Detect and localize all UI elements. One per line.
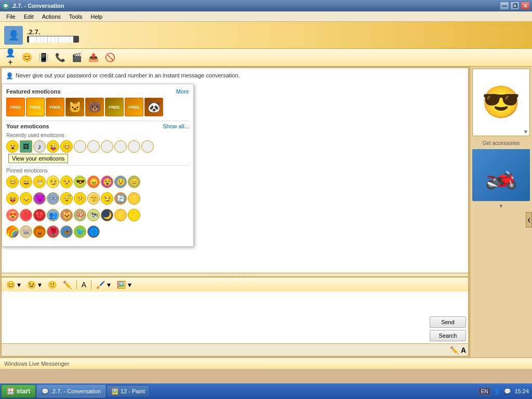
pinned-10[interactable]: 😑 — [128, 176, 140, 188]
input-text-area — [2, 291, 427, 343]
pinned-12[interactable]: 😞 — [20, 192, 32, 205]
pinned-20[interactable]: 🌟 — [128, 192, 140, 205]
pinned-17[interactable]: 😙 — [87, 192, 100, 205]
message-area: 👤 Never give out your password or credit… — [2, 68, 468, 273]
recent-emoji-6[interactable] — [74, 140, 86, 153]
taskbar-item-conversation[interactable]: 💬 .2.7. - Conversation — [37, 385, 105, 397]
message-input[interactable] — [2, 291, 427, 343]
featured-emoticon-2[interactable]: FREE — [26, 98, 45, 116]
pinned-23[interactable]: 💔 — [33, 209, 46, 221]
send-button[interactable]: Send — [430, 316, 466, 328]
edit-icon[interactable]: ✏️ — [450, 346, 459, 354]
font-format-button[interactable]: A — [79, 279, 89, 290]
pinned-1[interactable]: 😊 — [6, 176, 19, 188]
accessories-chevron-icon[interactable]: ▼ — [470, 202, 532, 210]
pinned-19[interactable]: 🔄 — [114, 192, 127, 205]
recent-emoji-9[interactable] — [114, 140, 127, 153]
video-call-button[interactable]: 👤+ — [3, 51, 18, 64]
recent-emoji-7[interactable] — [87, 140, 100, 153]
color-button[interactable]: 🖌️ ▾ — [94, 279, 113, 290]
pinned-32[interactable]: 🐭 — [20, 225, 32, 238]
contact-header: 👤 .2.7. ████████████ — [0, 22, 532, 49]
recent-emoji-2[interactable]: 🖼 — [20, 140, 32, 153]
featured-emoticon-4[interactable]: 🐱 — [65, 98, 84, 116]
featured-emoticon-7[interactable]: FREE — [125, 98, 143, 116]
pinned-14[interactable]: 👓 — [47, 192, 59, 205]
menu-edit[interactable]: Edit — [20, 12, 38, 21]
language-indicator[interactable]: EN — [478, 388, 491, 395]
recent-emoji-4[interactable]: 😜 — [47, 140, 59, 153]
recent-emoji-11[interactable] — [141, 140, 154, 153]
avatar-chevron-icon[interactable]: ▼ — [523, 129, 528, 135]
pinned-9[interactable]: 😟 — [114, 176, 127, 188]
chat-resizer[interactable]: · · · · · · · · · — [2, 273, 468, 277]
menu-help[interactable]: Help — [86, 12, 107, 21]
pinned-37[interactable]: 🌐 — [87, 225, 100, 238]
restore-button[interactable]: ❐ — [510, 2, 520, 10]
wink-button[interactable]: 😉 ▾ — [24, 279, 44, 290]
pinned-4[interactable]: 😏 — [47, 176, 59, 188]
pinned-35[interactable]: 🦋 — [60, 225, 73, 238]
font-icon[interactable]: A — [461, 346, 466, 354]
pinned-26[interactable]: 🍄 — [74, 209, 86, 221]
pinned-6[interactable]: 😎 — [74, 176, 86, 188]
recent-emoji-1[interactable]: 😮 — [6, 140, 19, 153]
featured-emoticon-8[interactable]: 🐼 — [144, 98, 163, 116]
chat-panel: 👤 Never give out your password or credit… — [1, 68, 469, 356]
right-expand-button[interactable]: ❮ — [526, 212, 532, 228]
pinned-24[interactable]: 👥 — [47, 209, 59, 221]
share-files-button[interactable]: 📤 — [86, 51, 101, 64]
pinned-13[interactable]: 😈 — [33, 192, 46, 205]
voice-call-button[interactable]: 📞 — [53, 51, 68, 64]
close-button[interactable]: ✕ — [521, 2, 530, 10]
featured-emoticon-6[interactable]: FREE — [105, 98, 124, 116]
video-button[interactable]: 🎬 — [70, 51, 84, 64]
pinned-18[interactable]: 😏 — [101, 192, 113, 205]
pinned-2[interactable]: 😄 — [20, 176, 32, 188]
pinned-15[interactable]: 😴 — [60, 192, 73, 205]
pinned-8[interactable]: 😵 — [101, 176, 113, 188]
emoji-picker-button[interactable]: 😊 ▾ — [4, 279, 23, 290]
pinned-5[interactable]: 😒 — [60, 176, 73, 188]
nudge-button[interactable]: 📳 — [36, 51, 51, 64]
recent-emoji-5[interactable]: 😊 — [60, 140, 73, 153]
pinned-31[interactable]: 🌈 — [6, 225, 19, 238]
pinned-7[interactable]: 😠 — [87, 176, 100, 188]
minimize-button[interactable]: — — [500, 2, 509, 10]
recently-used-label: Recently used emoticons — [6, 132, 189, 138]
block-button[interactable]: 🚫 — [103, 51, 117, 64]
more-link[interactable]: More — [176, 88, 189, 95]
pinned-21[interactable]: 😍 — [6, 209, 19, 221]
featured-emoticon-1[interactable]: FREE — [6, 98, 25, 116]
pinned-22[interactable]: ❤️ — [20, 209, 32, 221]
handwriting-button[interactable]: ✏️ — [60, 279, 74, 290]
pinned-11[interactable]: 😝 — [6, 192, 19, 205]
pinned-30[interactable]: ✨ — [128, 209, 140, 221]
your-emoticons-header: Your emoticons Show all... — [6, 123, 189, 129]
menu-actions[interactable]: Actions — [38, 12, 65, 21]
taskbar-item-paint[interactable]: 🖼️ 12 - Paint — [107, 385, 150, 397]
featured-emoticon-5[interactable]: 🐻 — [85, 98, 104, 116]
search-button[interactable]: Search — [430, 330, 466, 341]
pinned-28[interactable]: 🌙 — [101, 209, 113, 221]
emoticons-button[interactable]: 😊 — [20, 51, 34, 64]
pinned-25[interactable]: 🐱 — [60, 209, 73, 221]
pinned-29[interactable]: ⭐ — [114, 209, 127, 221]
recent-emoji-3[interactable]: ♪ — [33, 140, 46, 153]
pinned-36[interactable]: 🐦 — [74, 225, 86, 238]
pinned-16[interactable]: 😕 — [74, 192, 86, 205]
recent-emoji-8[interactable] — [101, 140, 113, 153]
show-all-link[interactable]: Show all... — [163, 123, 189, 129]
pinned-3[interactable]: 😁 — [33, 176, 46, 188]
recent-emoji-10[interactable] — [128, 140, 140, 153]
start-button[interactable]: 🪟 start — [1, 384, 36, 398]
featured-emoticon-3[interactable]: FREE — [46, 98, 64, 116]
background-button[interactable]: 🖼️ ▾ — [114, 279, 134, 290]
pinned-33[interactable]: 🎃 — [33, 225, 46, 238]
menu-tools[interactable]: Tools — [65, 12, 87, 21]
pinned-27[interactable]: 🐄 — [87, 209, 100, 221]
emoticon-select-button[interactable]: 🙂 — [45, 279, 59, 290]
pinned-34[interactable]: 🌹 — [47, 225, 59, 238]
menu-file[interactable]: File — [2, 12, 20, 21]
status-text: Windows Live Messenger — [4, 361, 69, 367]
